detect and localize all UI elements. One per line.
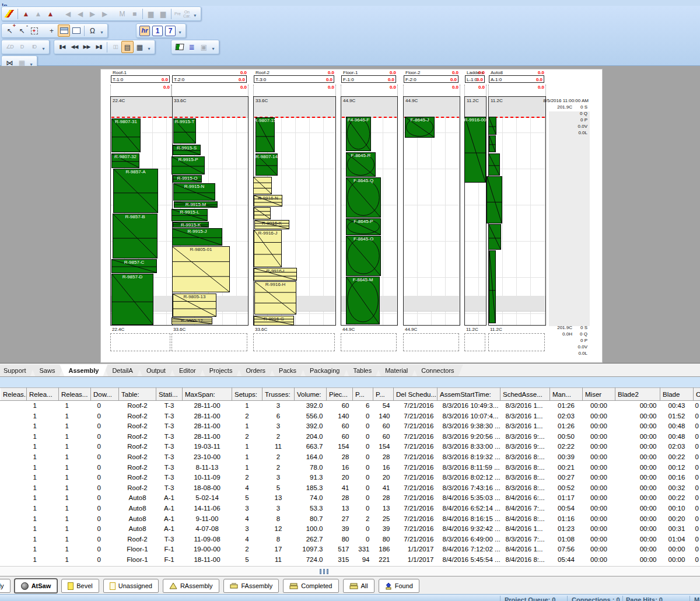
tab-orders[interactable]: Orders <box>237 365 274 376</box>
truss-block[interactable]: R-9916-J <box>254 230 282 267</box>
job-book-icon[interactable] <box>173 41 186 53</box>
pan-move-icon[interactable]: + <box>46 25 58 37</box>
tab-detaila[interactable]: DetailA <box>103 365 141 376</box>
step-forward-icon[interactable]: ▶ <box>86 8 99 20</box>
table-row[interactable]: 110Roof-2T-323-10-0012164.0280287/21/201… <box>1 452 700 463</box>
pre-label[interactable]: Pre <box>173 12 182 16</box>
select-region-icon[interactable]: + <box>28 25 40 37</box>
column-header[interactable]: SchedAsse... <box>501 388 550 401</box>
dim-id-icon[interactable]: ID <box>28 41 40 53</box>
tab-projects[interactable]: Projects <box>201 365 242 376</box>
tab-packs[interactable]: Packs <box>270 365 305 376</box>
table-row[interactable]: 110Floor-1F-119-00-002171097.35173311861… <box>1 544 700 555</box>
table-row[interactable]: 110Roof-2T-310-11-092391.3200207/21/2016… <box>1 473 700 483</box>
toolbar-options-chevron-icon[interactable]: ▾ <box>210 41 216 53</box>
truss-block[interactable]: F-8645-M <box>346 277 380 324</box>
column-header[interactable]: C <box>694 388 700 401</box>
copies-icon[interactable]: ▣ <box>198 41 210 53</box>
toolbar-options-chevron-icon[interactable]: ▾ <box>99 25 105 37</box>
truss-block[interactable]: F-8645-P <box>346 218 381 235</box>
truss-block[interactable]: F-8645-Q <box>346 177 381 218</box>
one-day-scale-icon[interactable]: 1 <box>152 26 163 36</box>
column-header[interactable]: Trusses: <box>262 388 295 401</box>
truss-block[interactable]: R-9916-K <box>254 220 289 229</box>
window-layout-icon[interactable] <box>58 25 70 37</box>
column-header[interactable]: Piec... <box>327 388 353 401</box>
truss-block[interactable]: R-9807-32 <box>111 153 139 168</box>
saw-tab-rassembly[interactable]: RAssembly <box>163 579 219 593</box>
column-header[interactable]: Releas... <box>59 388 91 401</box>
truss-block[interactable]: R-9915-T <box>173 118 196 144</box>
truss-block[interactable] <box>488 153 500 176</box>
saw-tab-bevel[interactable]: Bevel <box>61 579 99 593</box>
column-header[interactable]: Blade2 <box>615 388 660 401</box>
truss-block[interactable] <box>489 135 496 152</box>
truss-block[interactable]: R-9805-12 <box>172 317 212 324</box>
truss-block[interactable]: R-9915-J <box>172 228 222 246</box>
nav-prev-icon[interactable]: ◀◀ <box>68 41 80 53</box>
column-header[interactable]: Volume: <box>295 388 327 401</box>
pages-side-icon[interactable]: ▯▯ <box>109 41 121 53</box>
nav-first-icon[interactable]: ▮◀ <box>56 41 68 53</box>
tab-packaging[interactable]: Packaging <box>301 365 348 376</box>
table-row[interactable]: 110Roof-2T-311-09-0848262.7800807/21/201… <box>1 534 700 545</box>
roll-feed-icon[interactable]: ▤ <box>121 41 134 53</box>
hour-scale-icon[interactable]: hr <box>139 26 150 36</box>
truss-block[interactable]: R-9916-I <box>254 268 297 281</box>
toolbar-options-chevron-icon[interactable]: ▾ <box>177 25 183 37</box>
truss-prev-icon[interactable]: ▲ <box>20 8 32 20</box>
truss-block[interactable] <box>487 176 502 223</box>
seek-back-icon[interactable]: ◀ <box>62 8 74 20</box>
truss-block[interactable]: R-9915-K <box>173 222 209 228</box>
saw-tab-found[interactable]: Found <box>379 579 419 593</box>
tab-material[interactable]: Material <box>376 365 416 376</box>
truss-block[interactable] <box>489 250 496 323</box>
tab-output[interactable]: Output <box>138 365 174 376</box>
seven-day-scale-icon[interactable]: 7 <box>165 26 176 36</box>
table-row[interactable]: 110Floor-1F-118-11-00511724.0315942211/1… <box>1 555 700 565</box>
truss-block[interactable]: R-9915-O <box>173 175 202 183</box>
mark-icon[interactable]: M <box>116 8 128 20</box>
truss-block[interactable]: R-9805-01 <box>172 246 230 292</box>
table-row[interactable]: 110Auto8A-15-02-1451374.0280287/21/20168… <box>1 493 700 504</box>
horizontal-splitter[interactable] <box>0 566 700 576</box>
dim-width-icon[interactable]: D <box>16 41 28 53</box>
column-header[interactable]: Table: <box>119 388 156 401</box>
truss-block[interactable]: R-9807-31 <box>111 118 141 152</box>
truss-block[interactable]: R-9807-15 <box>256 117 275 152</box>
saw-tab-atsaw[interactable]: AtSaw <box>15 579 58 593</box>
pointer-add-icon[interactable]: ↖+ <box>4 25 16 37</box>
saw-tab-completed[interactable]: Completed <box>283 579 338 593</box>
column-header[interactable]: P... <box>373 388 394 401</box>
tab-saws[interactable]: Saws <box>31 365 64 376</box>
truss-block[interactable]: F-8645-O <box>346 236 381 276</box>
tab-support[interactable]: Support <box>0 365 35 376</box>
grid-view-icon[interactable]: ▦ <box>134 41 146 53</box>
redline-pen-icon[interactable] <box>4 8 16 20</box>
truss-current-icon[interactable]: ▲ <box>32 8 44 20</box>
column-header[interactable]: Blade <box>660 388 694 401</box>
column-header[interactable]: Del Schedu... <box>394 388 438 401</box>
truss-block[interactable]: R-9857-C <box>111 259 157 273</box>
truss-block[interactable] <box>254 207 271 219</box>
column-header[interactable]: Releas... <box>1 388 27 401</box>
column-header[interactable]: MaxSpan: <box>183 388 232 401</box>
truss-block[interactable]: R-9805-13 <box>173 293 216 317</box>
truss-block[interactable]: R-9916-G <box>254 316 294 326</box>
truss-block[interactable]: R-9916-00 <box>464 117 486 183</box>
tab-connectors[interactable]: Connectors <box>412 365 463 376</box>
stamp-icon[interactable]: Ω <box>86 25 99 37</box>
truck-icon[interactable]: ▆ <box>157 8 169 20</box>
truss-block[interactable] <box>488 224 501 250</box>
truss-block[interactable] <box>488 117 496 135</box>
column-header[interactable]: Man... <box>550 388 583 401</box>
truss-block[interactable]: R-9915-N <box>173 183 215 201</box>
fill-region-icon[interactable]: ■ <box>128 8 141 20</box>
table-row[interactable]: 110Roof-2T-318-08-0045185.3410417/21/201… <box>1 483 700 494</box>
truss-block[interactable]: R-9916-H <box>254 281 296 315</box>
tab-assembly[interactable]: Assembly <box>60 365 107 376</box>
saw-tab-fassembly[interactable]: FAssembly <box>223 579 279 593</box>
truss-block[interactable]: R-9915-L <box>172 209 208 221</box>
column-header[interactable]: Stati... <box>156 388 183 401</box>
nav-last-icon[interactable]: ▶▮ <box>93 41 105 53</box>
